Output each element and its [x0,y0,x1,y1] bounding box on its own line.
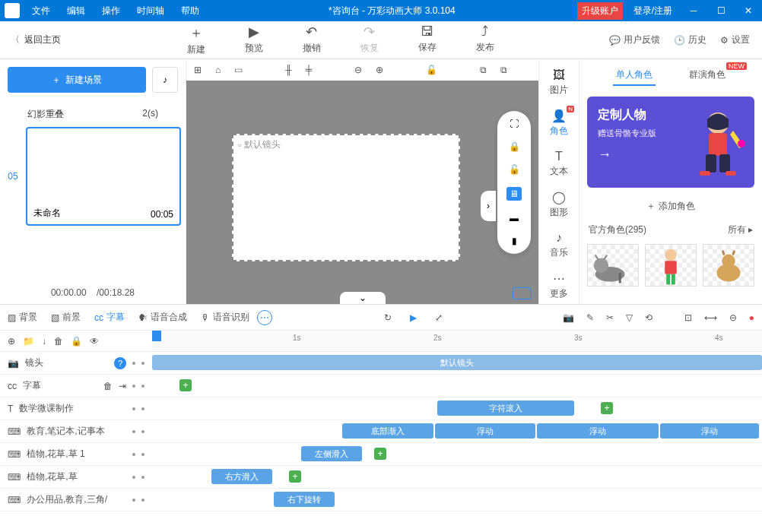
menu-file[interactable]: 文件 [24,2,58,21]
ruler-icon[interactable]: ⊞ [194,65,202,75]
undo-icon[interactable]: ↻ [384,312,392,323]
side-tab-图形[interactable]: ◯图形 [539,187,579,222]
menu-edit[interactable]: 编辑 [59,2,93,21]
copy-icon[interactable]: ⧉ [480,65,487,75]
track[interactable]: 右方滑入+ [152,466,762,488]
visibility-icon[interactable]: 👁 [90,336,99,347]
add-clip-button[interactable]: + [179,379,192,391]
tl-tab-语音合成[interactable]: 🗣语音合成 [138,311,187,324]
menu-timeline[interactable]: 时间轴 [129,2,172,21]
filter-all-button[interactable]: 所有 ▸ [728,223,753,236]
clip[interactable]: 左侧滑入 [301,446,362,461]
crop-icon[interactable]: ▭ [234,65,243,75]
toolbar-预览[interactable]: ▶预览 [237,24,271,56]
side-tab-更多[interactable]: ⋯更多 [539,268,579,303]
toolbar-保存[interactable]: 🖫保存 [410,24,445,56]
track[interactable]: 字符滚入+ [152,397,762,420]
toolbar-用户反馈[interactable]: 💬用户反馈 [609,33,660,46]
toolbar-历史[interactable]: 🕒历史 [674,33,706,46]
expand-icon[interactable]: ⤢ [435,312,443,323]
tl-tab-背景[interactable]: ▨背景 [8,311,37,324]
paste-icon[interactable]: ⧉ [500,65,507,75]
login-button[interactable]: 登录/注册 [626,2,680,21]
mobile-icon[interactable]: ▮ [512,236,517,246]
character-thumb[interactable] [587,244,639,287]
toolbar-撤销[interactable]: ↶撤销 [294,24,329,56]
scene-thumbnail[interactable]: 未命名 00:05 [26,127,181,226]
add-clip-button[interactable]: + [374,448,386,460]
character-thumb[interactable] [703,244,754,287]
tl-tab-语音识别[interactable]: 🎙语音识别 [201,311,249,324]
menu-action[interactable]: 操作 [94,2,128,21]
upgrade-button[interactable]: 升级账户 [577,2,623,20]
cut-tool-icon[interactable]: ✂ [606,312,614,323]
add-character-button[interactable]: ＋ 添加角色 [579,192,762,220]
side-tab-图片[interactable]: 🖼图片 [539,65,579,100]
zoom-out-icon[interactable]: ⊖ [354,65,362,75]
clip[interactable]: 浮动 [435,423,535,439]
import-icon[interactable]: ⇥ [119,381,126,391]
scene-item[interactable]: 05 未命名 00:05 [5,127,181,226]
tablet-icon[interactable]: ▬ [510,213,519,223]
clip[interactable]: 右下旋转 [274,492,335,507]
more-button[interactable]: ⋯ [257,310,272,325]
side-tab-音乐[interactable]: ♪音乐 [539,228,579,262]
tl-tab-字幕[interactable]: cc字幕 [94,311,125,324]
character-thumb[interactable] [645,244,697,287]
clip[interactable]: 浮动 [660,423,759,439]
collapse-arrow[interactable]: ⌄ [340,292,386,304]
distribute-icon[interactable]: ╪ [306,65,313,75]
tab-group-character[interactable]: 群演角色 NEW [686,65,729,86]
minus-icon[interactable]: ⊖ [729,312,737,323]
delete-icon[interactable]: 🗑 [54,336,63,347]
toolbar-恢复[interactable]: ↷恢复 [352,24,387,56]
track[interactable]: + [152,375,762,397]
minimap[interactable] [513,287,531,299]
help-icon[interactable]: ? [114,357,126,369]
clip[interactable]: 底部渐入 [342,423,433,439]
folder-icon[interactable]: 📁 [23,336,34,347]
zoom-in-icon[interactable]: ⊕ [376,65,383,75]
delete-icon[interactable]: 🗑 [103,381,113,391]
track[interactable]: 默认镜头 [152,352,762,374]
camera-tool-icon[interactable]: 📷 [563,312,574,323]
toolbar-发布[interactable]: ⤴发布 [468,24,503,56]
record-icon[interactable]: ● [749,312,754,323]
edit-tool-icon[interactable]: ✎ [586,312,594,323]
clip[interactable]: 字符滚入 [437,401,574,416]
desktop-icon[interactable]: 🖥 [506,187,522,201]
track[interactable]: 底部渐入浮动浮动浮动 [152,420,762,442]
track[interactable]: 左侧滑入+ [152,443,762,465]
lock-tracks-icon[interactable]: 🔒 [71,336,82,347]
fullscreen-icon[interactable]: ⛶ [510,119,519,129]
lock-icon[interactable]: 🔓 [426,65,437,75]
new-scene-button[interactable]: ＋ 新建场景 [8,67,146,93]
clip[interactable]: 默认镜头 [152,355,762,370]
lock2-icon[interactable]: 🔒 [509,141,520,152]
side-tab-角色[interactable]: 👤角色N [539,106,579,141]
timeline-ruler[interactable]: 1s 2s 3s 4s [152,331,762,351]
canvas[interactable]: ▫ 默认镜头 [232,134,460,261]
minimize-button[interactable]: ─ [680,2,707,19]
tl-tab-前景[interactable]: ▧前景 [51,311,81,324]
expand-arrow[interactable]: › [481,191,496,221]
playhead[interactable] [152,331,161,341]
menu-help[interactable]: 帮助 [173,2,207,21]
add-clip-button[interactable]: + [289,470,301,483]
music-button[interactable]: ♪ [152,67,178,93]
clip[interactable]: 浮动 [537,423,659,439]
play-icon[interactable]: ▶ [410,312,417,323]
clip[interactable]: 右方滑入 [211,469,272,484]
add-clip-button[interactable]: + [601,402,613,414]
down-icon[interactable]: ↓ [42,336,46,347]
filter-icon[interactable]: ▽ [626,312,633,323]
tab-single-character[interactable]: 单人角色 [613,65,656,86]
unlock-icon[interactable]: 🔓 [509,164,520,175]
close-button[interactable]: ✕ [735,2,762,19]
zoom-tl-icon[interactable]: ⟷ [704,312,717,323]
track[interactable]: 右下旋转 [152,489,762,511]
maximize-button[interactable]: ☐ [707,2,735,19]
custom-character-banner[interactable]: 定制人物 赠送骨骼专业版 → [587,97,754,188]
toolbar-设置[interactable]: ⚙设置 [720,33,750,46]
add-track-icon[interactable]: ⊕ [8,336,15,347]
